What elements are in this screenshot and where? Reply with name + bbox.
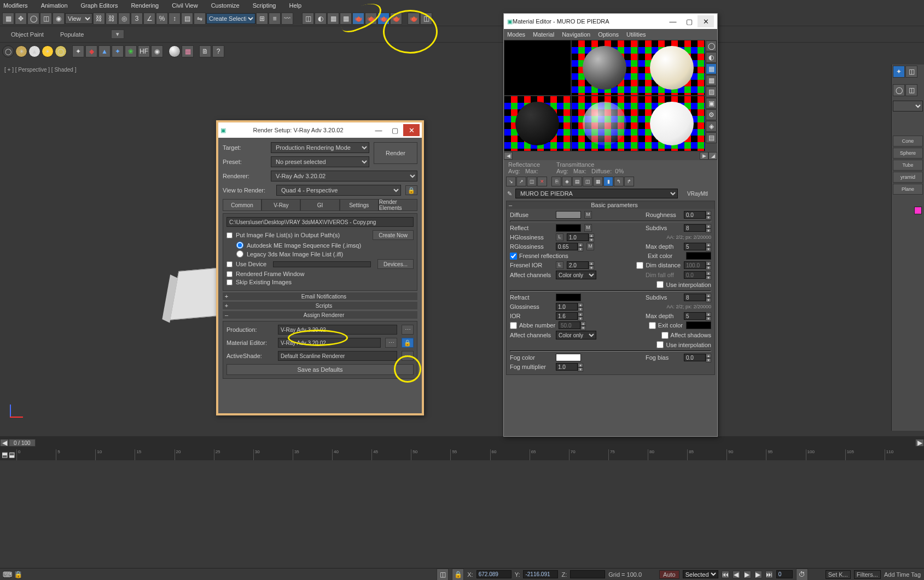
scripts-section[interactable]: +Scripts [223, 302, 417, 309]
lock-icon[interactable]: 🔒 [452, 569, 464, 581]
hgloss-spinner[interactable] [567, 233, 589, 241]
create-now-button[interactable]: Create Now [373, 230, 414, 240]
sample-uv-icon[interactable]: ▦ [706, 75, 717, 86]
refr-interp-check[interactable] [656, 341, 664, 348]
help-icon[interactable]: ? [212, 45, 224, 57]
menu-modifiers[interactable]: Modifiers [3, 2, 28, 9]
close-icon[interactable]: ✕ [403, 124, 420, 136]
particle-icon[interactable]: ✦ [72, 45, 84, 57]
material-type-button[interactable]: VRayMtl [681, 191, 714, 197]
key-filters-button[interactable]: Filters... [854, 570, 881, 579]
curve-editor-icon[interactable]: 〰 [281, 13, 293, 25]
show-end-result-icon[interactable]: ▮ [603, 177, 613, 186]
mat-map-nav-icon[interactable]: ▤ [706, 132, 717, 143]
primitive-sphere[interactable]: Sphere [893, 148, 923, 159]
bind-icon[interactable]: ◎ [118, 13, 130, 25]
frame-field[interactable]: 0 [776, 570, 793, 578]
foliage-icon[interactable]: ❀ [125, 45, 137, 57]
minimize-icon[interactable]: — [370, 124, 387, 136]
mat-slot-2[interactable] [571, 40, 638, 96]
reflect-swatch[interactable] [556, 224, 581, 232]
fresnel-check[interactable] [510, 253, 517, 260]
angle-snap-icon[interactable]: ∠ [143, 13, 155, 25]
menu-customize[interactable]: Customize [211, 2, 240, 9]
script-icon[interactable]: 🗎 [199, 45, 211, 57]
material-name-select[interactable]: MURO DE PIEDRA [515, 189, 678, 198]
dim-dist-check[interactable] [636, 262, 643, 269]
scroll-right-icon[interactable]: ▶ [700, 152, 708, 160]
camera-icon[interactable]: ▲ [98, 45, 111, 57]
mat-menu-utilities[interactable]: Utilities [626, 31, 646, 38]
sun-icon[interactable]: ☀ [42, 45, 54, 57]
abbe-check[interactable] [510, 322, 517, 329]
shapes-icon[interactable]: ◫ [905, 84, 917, 96]
light-omni-icon[interactable]: ◯ [2, 45, 14, 57]
preset-select[interactable]: No preset selected [271, 156, 369, 167]
unlink-icon[interactable]: ⛓ [106, 13, 118, 25]
goto-end-icon[interactable]: ⏭ [765, 571, 773, 578]
mat-menu-options[interactable]: Options [598, 31, 619, 38]
color-swatch[interactable] [914, 207, 922, 214]
y-coord[interactable]: -2116.091 [523, 570, 558, 578]
set-key-button[interactable]: Set K... [826, 570, 851, 579]
refr-maxdepth-spinner[interactable] [684, 312, 706, 320]
abbe-spinner[interactable] [559, 321, 580, 329]
rfw-check[interactable] [226, 271, 233, 277]
mat-menu-modes[interactable]: Modes [507, 31, 525, 38]
put-to-lib-icon[interactable]: ▤ [572, 177, 582, 186]
mat-id-icon[interactable]: ◫ [583, 177, 592, 186]
time-badge[interactable]: 0 / 100 [9, 439, 36, 447]
put-to-scene-icon[interactable]: ↗ [516, 177, 526, 186]
render-titlebar[interactable]: ▣ Render Setup: V-Ray Adv 3.20.02 — ▢ ✕ [218, 122, 422, 138]
primitive-cone[interactable]: Cone [893, 136, 923, 147]
key-mode-select[interactable]: Selected [683, 570, 718, 578]
view-lock-icon[interactable]: 🔒 [405, 185, 417, 195]
tab-common[interactable]: Common [223, 199, 261, 211]
fog-bias-spinner[interactable] [684, 354, 706, 361]
menu-rendering[interactable]: Rendering [131, 2, 159, 9]
render-active-icon[interactable]: 🫖 [377, 13, 390, 25]
scroll-left-icon[interactable]: ◀ [504, 152, 513, 160]
create-tab-icon[interactable]: ✦ [893, 66, 905, 78]
mat-slot-5[interactable] [571, 96, 638, 151]
render-iterative-icon[interactable]: 🫖 [365, 13, 377, 25]
teapot-icon[interactable]: 🫖 [408, 13, 420, 25]
hgloss-lock-icon[interactable]: L [556, 233, 563, 241]
make-preview-icon[interactable]: ▣ [706, 98, 717, 109]
populate-tab[interactable]: Populate [60, 31, 84, 38]
select-icon[interactable]: ▦ [2, 13, 14, 25]
cloth-icon[interactable]: ◉ [151, 45, 163, 57]
output-path-input[interactable] [226, 217, 414, 227]
link-icon[interactable]: ⛓ [93, 13, 105, 25]
imsq-radio[interactable] [236, 242, 243, 249]
named-sel-icon[interactable]: ▤ [181, 13, 193, 25]
menu-civil-view[interactable]: Civil View [172, 2, 197, 9]
ifl-radio[interactable] [236, 250, 243, 257]
refr-exit-color-check[interactable] [649, 322, 656, 329]
key-filter-icon[interactable]: ⬓ [9, 452, 15, 458]
helper-icon[interactable]: ◆ [85, 45, 97, 57]
target-select[interactable]: Production Rendering Mode [271, 142, 369, 153]
percent-snap-icon[interactable]: % [156, 13, 168, 25]
fresnel-lock-icon[interactable]: L [556, 261, 563, 269]
tab-render-elements[interactable]: Render Elements [379, 199, 417, 211]
mat-minimize-icon[interactable]: — [665, 15, 681, 27]
activeshade-input[interactable] [278, 351, 397, 361]
scroll-corner-icon[interactable]: ◢ [708, 152, 717, 160]
grid-icon[interactable]: ▦ [182, 45, 194, 57]
time-track[interactable] [36, 440, 915, 446]
render-frame-icon[interactable]: ▦ [340, 13, 352, 25]
rgloss-spinner[interactable] [556, 243, 578, 250]
fog-mult-spinner[interactable] [556, 363, 578, 371]
mat-close-icon[interactable]: ✕ [698, 15, 714, 27]
light-spot-icon[interactable]: ✳ [15, 45, 27, 57]
email-section[interactable]: +Email Notifications [223, 292, 417, 300]
menu-scripting[interactable]: Scripting [253, 2, 276, 9]
diffuse-swatch[interactable] [556, 211, 581, 219]
mat-menu-material[interactable]: Material [533, 31, 554, 38]
rotate-icon[interactable]: ◯ [27, 13, 39, 25]
backlight-icon[interactable]: ◐ [706, 52, 717, 63]
time-config-icon[interactable]: ⏱ [796, 569, 808, 581]
tab-gi[interactable]: GI [300, 199, 339, 211]
main-menu[interactable]: Modifiers Animation Graph Editors Render… [0, 0, 924, 11]
